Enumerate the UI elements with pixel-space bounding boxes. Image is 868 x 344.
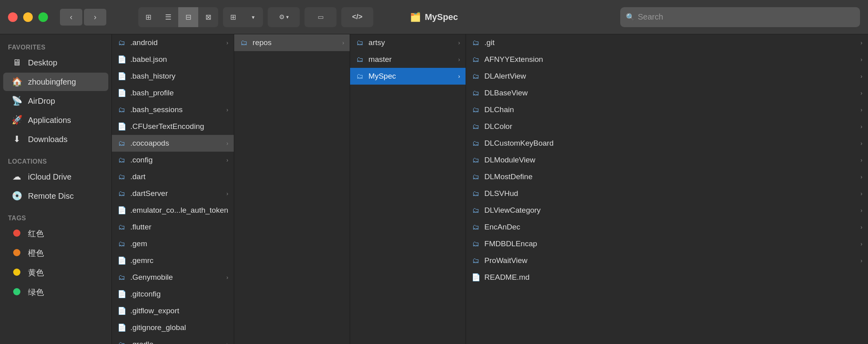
folder-icon: 🗂	[472, 89, 480, 97]
view-gallery-chevron[interactable]: ▾	[243, 7, 263, 27]
sidebar-label-tag-orange: 橙色	[28, 248, 44, 259]
folder-icon: 🗂	[240, 39, 249, 47]
gear-button[interactable]: ⚙ ▾	[268, 7, 300, 27]
list-item[interactable]: 📄.bash_profile	[112, 85, 234, 101]
search-bar[interactable]: 🔍	[620, 7, 860, 27]
list-item[interactable]: 🗂.flutter	[112, 219, 234, 235]
list-item[interactable]: 🗂DLChain›	[466, 101, 868, 118]
list-item[interactable]: 🗂ProWaitView›	[466, 252, 868, 269]
tag-green-icon	[11, 287, 22, 298]
file-icon: 📄	[117, 55, 126, 64]
search-input[interactable]	[638, 12, 854, 22]
list-item[interactable]: 🗂AFNYYExtension›	[466, 51, 868, 68]
forward-button[interactable]: ›	[84, 9, 106, 26]
folder-icon: 🗂	[117, 173, 126, 181]
view-gallery-dropdown-btn[interactable]: ⊞	[223, 7, 243, 27]
chevron-right-icon: ›	[860, 56, 862, 63]
list-item[interactable]: 🗂.dartServer›	[112, 185, 234, 202]
sidebar: Favorites 🖥 Desktop 🏠 zhoubingfeng 📡 Air…	[0, 34, 112, 344]
list-item[interactable]: 📄README.md	[466, 269, 868, 286]
list-item[interactable]: 🗂DLColor›	[466, 118, 868, 135]
chevron-right-icon: ›	[860, 107, 862, 113]
folder-icon: 🗂	[472, 123, 480, 131]
list-item[interactable]: 🗂DLMostDefine›	[466, 168, 868, 185]
share-button[interactable]: ▭	[305, 7, 336, 27]
chevron-right-icon: ›	[860, 157, 862, 163]
list-item[interactable]: 🗂.gem	[112, 235, 234, 252]
list-item[interactable]: 🗂 master ›	[350, 51, 466, 68]
sidebar-item-desktop[interactable]: 🖥 Desktop	[3, 53, 108, 72]
chevron-right-icon: ›	[860, 207, 862, 214]
chevron-right-icon: ›	[860, 90, 862, 96]
list-item[interactable]: 🗂 repos ›	[234, 34, 350, 51]
list-item[interactable]: 🗂EncAnDec›	[466, 219, 868, 235]
view-icon-btn[interactable]: ⊞	[138, 7, 158, 27]
list-item[interactable]: 🗂DLViewCategory›	[466, 202, 868, 219]
folder-icon: 🗂	[472, 55, 480, 64]
folder-icon: 🗂	[472, 139, 480, 148]
view-columns-btn[interactable]: ⊟	[178, 7, 198, 27]
favorites-section-title: Favorites	[0, 41, 111, 53]
sidebar-label-icloud: iCloud Drive	[28, 172, 72, 182]
list-item[interactable]: 🗂 MySpec ›	[350, 68, 466, 85]
list-item[interactable]: 🗂.bash_sessions›	[112, 101, 234, 118]
close-button[interactable]	[8, 12, 18, 22]
list-item[interactable]: 📄.gitflow_export	[112, 302, 234, 319]
list-item[interactable]: 📄.gitconfig	[112, 286, 234, 302]
list-item[interactable]: 🗂.gradle›	[112, 336, 234, 344]
list-item[interactable]: 🗂DLModuleView›	[466, 152, 868, 168]
sidebar-item-tag-green[interactable]: 绿色	[3, 283, 108, 302]
maximize-button[interactable]	[38, 12, 48, 22]
home-icon: 🏠	[11, 77, 22, 87]
chevron-right-icon: ›	[226, 140, 228, 146]
chevron-right-icon: ›	[226, 274, 228, 281]
list-item[interactable]: 🗂DLCustomKeyBoard›	[466, 135, 868, 152]
list-item[interactable]: 📄.babel.json	[112, 51, 234, 68]
list-item[interactable]: 🗂DLBaseView›	[466, 85, 868, 101]
terminal-button[interactable]: </>	[341, 7, 373, 27]
chevron-right-icon: ›	[860, 190, 862, 197]
list-item[interactable]: 🗂DLSVHud›	[466, 185, 868, 202]
folder-icon: 🗂	[117, 273, 126, 282]
list-item[interactable]: 🗂DLAlertView›	[466, 68, 868, 85]
list-item[interactable]: 🗂.cocoapods›	[112, 135, 234, 152]
list-item[interactable]: 📄.bash_history	[112, 68, 234, 85]
column-2: 🗂 repos ›	[234, 34, 350, 344]
sidebar-item-tag-yellow[interactable]: 黄色	[3, 263, 108, 282]
folder-icon: 🗂	[117, 223, 126, 231]
main-content: Favorites 🖥 Desktop 🏠 zhoubingfeng 📡 Air…	[0, 34, 868, 344]
sidebar-label-airdrop: AirDrop	[28, 97, 55, 106]
sidebar-item-home[interactable]: 🏠 zhoubingfeng	[3, 73, 108, 91]
minimize-button[interactable]	[23, 12, 33, 22]
file-icon: 📄	[117, 206, 126, 215]
sidebar-label-tag-yellow: 黄色	[28, 267, 44, 278]
list-item[interactable]: 🗂.config›	[112, 152, 234, 168]
list-item[interactable]: 📄.gitignore_global	[112, 319, 234, 336]
view-list-btn[interactable]: ☰	[158, 7, 178, 27]
list-item[interactable]: 🗂.Genymobile›	[112, 269, 234, 286]
file-icon: 📄	[117, 256, 126, 265]
list-item[interactable]: 🗂.android›	[112, 34, 234, 51]
list-item[interactable]: 📄.emulator_co...le_auth_token	[112, 202, 234, 219]
sidebar-item-applications[interactable]: 🚀 Applications	[3, 111, 108, 129]
chevron-right-icon: ›	[458, 40, 460, 46]
list-item[interactable]: 🗂.dart	[112, 168, 234, 185]
sidebar-item-airdrop[interactable]: 📡 AirDrop	[3, 92, 108, 110]
sidebar-label-tag-red: 红色	[28, 228, 44, 239]
sidebar-item-tag-red[interactable]: 红色	[3, 224, 108, 243]
list-item[interactable]: 🗂FMDBDLEncap›	[466, 235, 868, 252]
sidebar-item-downloads[interactable]: ⬇ Downloads	[3, 130, 108, 148]
sidebar-item-tag-orange[interactable]: 橙色	[3, 244, 108, 263]
nav-buttons: ‹ ›	[60, 9, 106, 26]
list-item[interactable]: 🗂 artsy ›	[350, 34, 466, 51]
sidebar-item-icloud[interactable]: ☁ iCloud Drive	[3, 168, 108, 186]
list-item[interactable]: 🗂.git›	[466, 34, 868, 51]
view-gallery-btn[interactable]: ⊠	[198, 7, 218, 27]
list-item[interactable]: 📄.CFUserTextEncoding	[112, 118, 234, 135]
back-button[interactable]: ‹	[60, 9, 82, 26]
share-icon: ▭	[318, 13, 324, 21]
folder-icon: 🗂	[472, 223, 480, 231]
list-item[interactable]: 📄.gemrc	[112, 252, 234, 269]
tags-section-title: Tags	[0, 212, 111, 223]
sidebar-item-remote-disc[interactable]: 💿 Remote Disc	[3, 187, 108, 205]
